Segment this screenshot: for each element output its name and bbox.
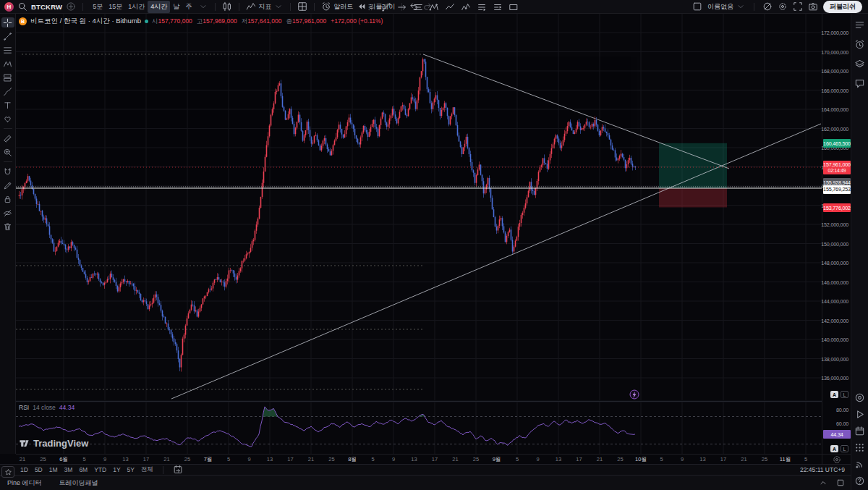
interval-group: 5분15분1시간4시간날주: [90, 1, 195, 13]
range-3M[interactable]: 3M: [64, 466, 73, 473]
symbol-search-button[interactable]: BTCKRW: [31, 3, 62, 11]
rsi-log-scale-badge[interactable]: L: [841, 445, 848, 452]
time-label: 21: [446, 456, 465, 462]
eye-off-tool[interactable]: [1, 208, 14, 218]
position-tool[interactable]: [1, 72, 14, 83]
range-YTD[interactable]: YTD: [94, 466, 106, 473]
tradingview-watermark: TradingView: [19, 438, 88, 449]
chart-area[interactable]: B 비트코인 / 한국 원 · 4시간 · Bithumb 시157,770,0…: [16, 14, 822, 454]
goto-date-icon[interactable]: [173, 465, 183, 475]
maximize-icon[interactable]: [836, 478, 845, 487]
layout-name-button[interactable]: 이름없음: [707, 1, 746, 12]
range-5Y[interactable]: 5Y: [127, 466, 135, 473]
fullscreen-icon[interactable]: [793, 1, 803, 12]
ideas-icon[interactable]: [854, 409, 865, 420]
collapse-chevron-icon[interactable]: [819, 478, 827, 487]
fav-parallel-lines-icon[interactable]: [413, 2, 423, 12]
time-label: 21: [158, 456, 176, 462]
range-1D[interactable]: 1D: [20, 466, 28, 473]
magnet-tool[interactable]: [1, 166, 14, 177]
range-1M[interactable]: 1M: [49, 466, 58, 473]
user-menu-button[interactable]: H: [4, 2, 14, 12]
price-axis[interactable]: A L A L 172,000,000170,000,000168,000,00…: [822, 14, 851, 454]
fib-tool[interactable]: [1, 45, 14, 55]
fav-flag-icon[interactable]: [477, 2, 487, 12]
layers-icon[interactable]: [854, 59, 865, 69]
chart-canvas[interactable]: [16, 14, 822, 454]
range-6M[interactable]: 6M: [79, 466, 88, 473]
market-status-icon[interactable]: [762, 1, 773, 12]
chart-style-button[interactable]: [222, 1, 232, 12]
top-toolbar: H BTCKRW 5분15분1시간4시간날주 지표 알러트: [0, 0, 868, 14]
settings-gear-icon[interactable]: [778, 1, 788, 12]
symbol-legend[interactable]: B 비트코인 / 한국 원 · 4시간 · Bithumb 시157,770,0…: [19, 17, 383, 26]
trash-tool[interactable]: [1, 221, 14, 232]
rsi-legend[interactable]: RSI 14 close 44.34: [19, 404, 75, 411]
publish-button[interactable]: 퍼블리쉬: [823, 1, 862, 13]
measure-tool[interactable]: [1, 133, 14, 143]
crosshair-tool[interactable]: [1, 17, 14, 28]
range-5D[interactable]: 5D: [35, 466, 43, 473]
fav-horizontal-ray-icon[interactable]: [397, 2, 407, 12]
range-전체[interactable]: 전체: [141, 465, 153, 474]
auto-scale-badge[interactable]: A: [830, 391, 838, 398]
trend-line-tool[interactable]: [1, 31, 14, 41]
main-scale-badges: A L: [830, 391, 848, 398]
lock-tool[interactable]: [1, 194, 14, 204]
tab-trading-panel[interactable]: 트레이딩패널: [59, 478, 98, 488]
time-label: 10월: [631, 456, 650, 463]
interval-주[interactable]: 주: [182, 1, 195, 13]
price-scale-settings[interactable]: [822, 454, 851, 464]
interval-caret-icon[interactable]: [198, 1, 208, 12]
apps-grid-icon[interactable]: [854, 442, 865, 453]
alert-label: 알러트: [333, 2, 353, 12]
interval-4시간[interactable]: 4시간: [148, 1, 170, 13]
interval-15분[interactable]: 15분: [106, 1, 125, 13]
star-icon: [4, 468, 12, 476]
multichart-layout-button[interactable]: [297, 1, 307, 12]
rsi-auto-scale-badge[interactable]: A: [830, 445, 838, 452]
range-1Y[interactable]: 1Y: [113, 466, 120, 473]
indicators-caret-icon: [273, 1, 284, 12]
broadcast-icon[interactable]: [854, 459, 865, 470]
fav-xabcd-icon[interactable]: [429, 2, 439, 12]
brush-tool[interactable]: [1, 86, 14, 96]
target-icon[interactable]: [854, 392, 865, 403]
drag-handle-icon[interactable]: [365, 2, 375, 12]
fav-trend-line-icon[interactable]: [381, 2, 391, 12]
alarm-icon[interactable]: [854, 39, 865, 50]
axis-gear-icon[interactable]: [832, 455, 842, 465]
text-tool[interactable]: [1, 100, 14, 110]
pencil-tool[interactable]: [1, 180, 14, 190]
indicators-button[interactable]: 지표: [246, 1, 284, 12]
rsi-tick: 80.00: [836, 407, 848, 413]
compare-add-icon[interactable]: [66, 1, 76, 12]
fav-zigzag-icon[interactable]: [445, 2, 455, 12]
emoji-tool[interactable]: [1, 114, 14, 124]
layout-select-icon[interactable]: [692, 1, 702, 12]
clock-timezone[interactable]: 22:45:11 UTC+9: [800, 466, 845, 473]
interval-5분[interactable]: 5분: [90, 1, 106, 13]
pattern-tool[interactable]: [1, 59, 14, 69]
search-icon[interactable]: [17, 1, 27, 12]
rsi-name: RSI: [19, 404, 29, 411]
tab-pine-editor[interactable]: Pine 에디터: [7, 478, 42, 488]
watchlist-icon[interactable]: [854, 20, 865, 30]
time-label: 25: [467, 456, 485, 462]
help-icon[interactable]: [854, 476, 865, 486]
fav-elliott-icon[interactable]: [461, 2, 471, 12]
low-value: 157,641,000: [247, 17, 281, 25]
interval-날[interactable]: 날: [170, 1, 182, 13]
interval-1시간[interactable]: 1시간: [125, 1, 148, 13]
zoom-in-tool[interactable]: [1, 147, 14, 157]
favorites-star-button[interactable]: [1, 466, 14, 478]
high-value: 157,969,000: [203, 17, 237, 25]
chat-icon[interactable]: [854, 78, 865, 89]
alert-button[interactable]: 알러트: [321, 1, 353, 12]
time-axis[interactable]: 21256월59131721257월59131721258월5913172125…: [16, 454, 822, 464]
fav-rectangle-icon[interactable]: [509, 2, 519, 12]
calendar-icon[interactable]: [854, 426, 865, 436]
snapshot-camera-icon[interactable]: [808, 1, 818, 12]
fav-flag2-icon[interactable]: [493, 2, 503, 12]
log-scale-badge[interactable]: L: [841, 391, 848, 398]
